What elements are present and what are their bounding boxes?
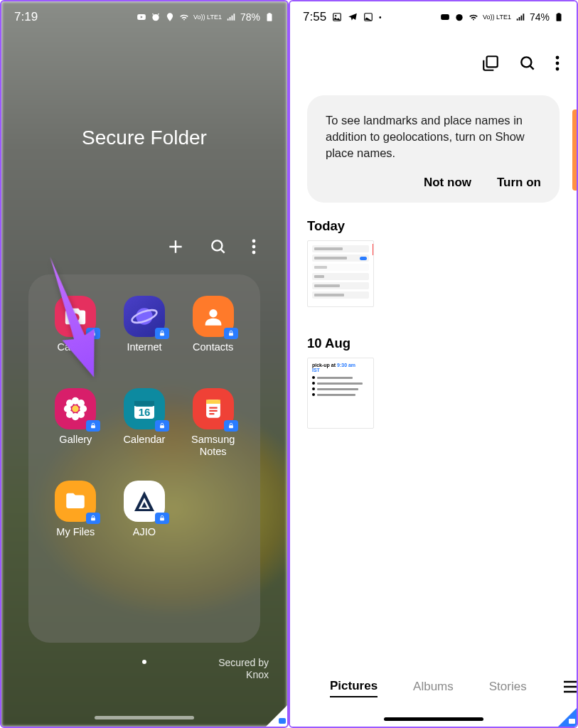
app-label: My Files	[56, 526, 95, 538]
signal-icon	[515, 12, 525, 22]
corner-badge	[266, 705, 287, 727]
nav-handle[interactable]	[95, 716, 194, 719]
svg-rect-40	[557, 14, 562, 21]
gallery-toolbar	[481, 54, 560, 73]
knox-label: Secured by Knox	[218, 657, 269, 681]
nav-handle[interactable]	[384, 717, 483, 721]
svg-point-36	[335, 15, 336, 16]
signal-icon	[226, 12, 236, 22]
svg-rect-32	[229, 425, 233, 428]
svg-rect-12	[160, 333, 164, 336]
svg-point-5	[252, 240, 256, 243]
svg-point-23	[77, 411, 85, 418]
contact-icon	[201, 304, 225, 328]
secure-badge-icon	[155, 513, 169, 524]
more-button[interactable]	[555, 55, 560, 72]
tab-pictures[interactable]: Pictures	[330, 679, 378, 697]
stack-button[interactable]	[481, 54, 500, 73]
status-bar: 7:55 • Vo)) LTE1 74%	[290, 1, 577, 33]
battery-percent: 78%	[240, 11, 260, 23]
ajio-icon	[130, 487, 159, 515]
youtube-icon	[440, 12, 450, 22]
svg-point-46	[556, 68, 560, 71]
secure-badge-icon	[86, 420, 100, 432]
app-ajio[interactable]: AJIO	[124, 481, 165, 538]
folder-icon	[63, 489, 87, 513]
youtube-icon	[137, 12, 146, 22]
wifi-icon	[179, 12, 189, 22]
notes-icon	[201, 397, 225, 421]
svg-rect-3	[268, 13, 271, 14]
secure-badge-icon	[224, 420, 238, 432]
app-label: Calendar	[124, 434, 166, 446]
turn-on-button[interactable]: Turn on	[497, 176, 541, 190]
svg-rect-29	[160, 425, 164, 428]
alarm-icon	[151, 12, 161, 22]
network-label: Vo)) LTE1	[483, 14, 511, 21]
thumbnail-pickup[interactable]: pick-up at 9:30 am IST	[307, 358, 374, 429]
svg-rect-27	[134, 401, 154, 406]
section-today: Today	[307, 218, 345, 234]
status-icons: Vo)) LTE1 74%	[440, 11, 564, 23]
secure-badge-icon	[155, 328, 169, 339]
app-label: Contacts	[193, 341, 233, 353]
svg-rect-41	[557, 13, 560, 14]
svg-point-6	[252, 245, 256, 249]
app-label: AJIO	[133, 526, 156, 538]
svg-point-15	[73, 405, 80, 412]
svg-point-43	[521, 57, 531, 67]
app-label: Internet	[127, 341, 161, 353]
app-internet[interactable]: Internet	[124, 296, 165, 353]
add-button[interactable]	[166, 237, 185, 256]
image-icon	[332, 12, 342, 22]
calendar-icon: 16	[130, 395, 159, 423]
search-button[interactable]	[518, 54, 537, 73]
not-now-button[interactable]: Not now	[424, 176, 471, 190]
thumbnail-settings[interactable]	[307, 240, 374, 307]
svg-point-1	[152, 14, 159, 21]
wifi-icon	[469, 12, 478, 22]
svg-rect-14	[229, 333, 233, 336]
search-button[interactable]	[209, 237, 228, 256]
menu-button[interactable]	[562, 680, 578, 696]
notice-text: To see landmarks and place names in addi…	[326, 112, 541, 161]
app-samsung-notes[interactable]: Samsung Notes	[181, 388, 245, 459]
app-calendar[interactable]: 16 Calendar	[124, 388, 166, 446]
svg-point-13	[209, 309, 217, 317]
app-my-files[interactable]: My Files	[55, 481, 96, 538]
status-icons: Vo)) LTE1 78%	[137, 11, 274, 23]
status-bar: 7:19 Vo)) LTE1 78%	[1, 1, 287, 33]
status-time: 7:55	[303, 10, 326, 24]
more-button[interactable]	[252, 237, 256, 256]
svg-rect-42	[487, 56, 498, 67]
bottom-tabs: Pictures Albums Stories	[290, 671, 577, 705]
svg-rect-2	[267, 14, 272, 21]
app-label: Gallery	[59, 434, 92, 446]
svg-point-44	[556, 56, 560, 60]
svg-rect-34	[160, 518, 164, 520]
app-contacts[interactable]: Contacts	[193, 296, 234, 353]
tab-albums[interactable]: Albums	[413, 680, 454, 697]
svg-point-22	[66, 411, 73, 418]
battery-percent: 74%	[530, 11, 550, 23]
svg-rect-24	[91, 425, 95, 428]
section-10-aug: 10 Aug	[307, 336, 350, 351]
svg-rect-31	[206, 400, 220, 404]
secure-badge-icon	[86, 513, 100, 524]
app-label: Samsung Notes	[181, 434, 245, 459]
alarm-icon	[454, 12, 464, 22]
svg-point-4	[212, 240, 222, 250]
gallery-screen: 7:55 • Vo)) LTE1 74% To see landmarks an…	[289, 0, 578, 728]
svg-point-7	[252, 251, 256, 255]
corner-badge	[558, 708, 577, 727]
planet-icon	[130, 302, 159, 331]
tab-stories[interactable]: Stories	[489, 680, 527, 697]
telegram-icon	[348, 12, 358, 22]
network-label: Vo)) LTE1	[193, 14, 222, 21]
svg-point-39	[456, 14, 462, 21]
app-gallery[interactable]: Gallery	[55, 388, 96, 446]
secure-folder-toolbar	[166, 237, 256, 256]
secure-badge-icon	[224, 328, 238, 339]
status-time: 7:19	[14, 10, 38, 24]
svg-point-20	[66, 400, 73, 407]
